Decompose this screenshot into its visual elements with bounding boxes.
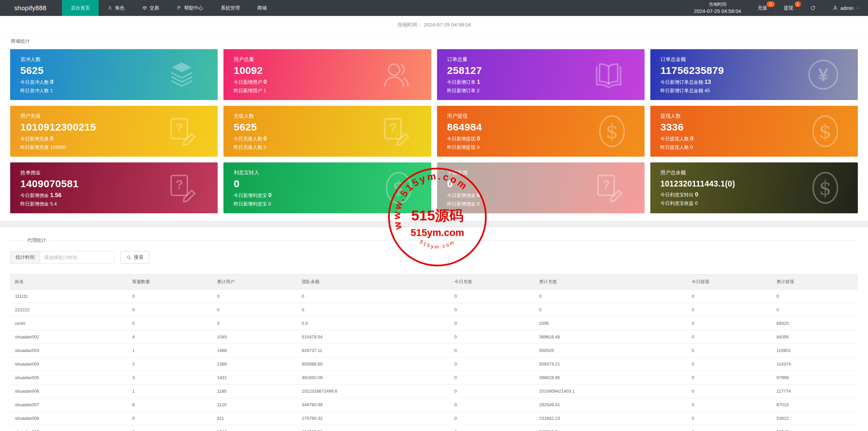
dollar-icon: $ bbox=[812, 172, 838, 204]
doc-icon: ? bbox=[165, 172, 198, 203]
table-cell: 0 bbox=[451, 317, 536, 330]
stat-card-today-label: 今日新增用户 bbox=[234, 79, 262, 85]
page-time-bar: 当地时间： 2024-07-25 04:58:04 bbox=[0, 16, 868, 34]
table-cell: 491850.06 bbox=[298, 371, 451, 385]
stat-card: 用户总余额1012320111443.1(0)今日利息宝转出0今日利息宝收益0$ bbox=[650, 162, 858, 213]
table-cell: 0 bbox=[451, 425, 536, 431]
table-row: shuadan00761120344780.990292549.41087015 bbox=[10, 398, 858, 412]
table-cell: 292549.41 bbox=[536, 398, 688, 412]
table-cell: ceshi bbox=[10, 317, 129, 330]
stat-card-today-value: 0 bbox=[50, 79, 53, 85]
stat-card-yesterday-value: 5.4 bbox=[50, 201, 57, 207]
stat-card-yesterday-value: 0 bbox=[268, 201, 271, 207]
table-cell: 811 bbox=[214, 412, 298, 425]
table-cell: 305516.5 bbox=[536, 425, 688, 431]
table-cell: shuadan007 bbox=[10, 398, 129, 412]
table-cell: 0 bbox=[688, 357, 773, 371]
stat-card-today-label: 今日提现人数 bbox=[660, 136, 689, 141]
table-cell: 0 bbox=[451, 330, 536, 344]
nav-item-label: 系统管理 bbox=[221, 5, 240, 11]
stat-card: 用户充值1010912300215今日新增充值0昨日新增充值110000? bbox=[10, 106, 218, 157]
table-cell: 0 bbox=[129, 290, 214, 303]
table-cell: 97998 bbox=[773, 371, 858, 385]
mall-stats-panel: 当地时间： 2024-07-25 04:58:04 商城统计 首冲人数5625今… bbox=[0, 16, 868, 221]
table-cell: 270790.32 bbox=[298, 412, 451, 425]
local-time-value: 2024-07-25 04:58:04 bbox=[694, 7, 741, 15]
user-menu[interactable]: admin bbox=[824, 0, 868, 16]
table-cell: 117774 bbox=[773, 385, 858, 398]
svg-text:?: ? bbox=[176, 178, 183, 192]
stat-card-today-label: 今日新增佣金 bbox=[20, 193, 49, 198]
recharge-label: 充值 bbox=[758, 5, 767, 11]
agent-table: 姓名客服数量累计用户团队余额今日充值累计充值今日提现累计提现 111111000… bbox=[10, 274, 858, 431]
table-cell: 0 bbox=[129, 317, 214, 330]
table-cell: 2 bbox=[129, 357, 214, 371]
refresh-button[interactable] bbox=[802, 0, 824, 16]
table-header-cell: 累计充值 bbox=[536, 274, 688, 290]
search-button[interactable]: 搜索 bbox=[120, 251, 149, 263]
table-cell: 344780.99 bbox=[298, 398, 451, 412]
table-cell: 1431 bbox=[214, 371, 298, 385]
stat-card: 订单总金额11756235879今日新增订单总金额13昨日新增订单总金额45¥ bbox=[650, 49, 858, 100]
table-cell: shuadan003 bbox=[10, 344, 129, 357]
agent-stats-title: 代理统计 bbox=[24, 237, 50, 243]
mall-stats-title: 商城统计 bbox=[0, 34, 868, 48]
stat-time-input[interactable] bbox=[40, 251, 114, 264]
brand-logo[interactable]: shopify888 bbox=[0, 0, 62, 16]
table-cell: 0 bbox=[536, 290, 688, 303]
withdraw-nav-item[interactable]: 提现 1 bbox=[775, 0, 802, 16]
table-row: shuadan006111851012316672499.60101090942… bbox=[10, 385, 858, 398]
nav-item-label: 后台首页 bbox=[71, 5, 90, 11]
dollar-icon: $ bbox=[599, 115, 625, 147]
svg-text:?: ? bbox=[389, 121, 396, 135]
nav-item-label: 交易 bbox=[150, 5, 159, 11]
nav-item-mall[interactable]: 商城 bbox=[249, 0, 276, 16]
table-cell: 0 bbox=[451, 371, 536, 385]
stat-card: 用户总量10092今日新增用户0昨日新增用户1 bbox=[223, 49, 431, 100]
users-icon bbox=[379, 59, 412, 90]
table-cell: 0 bbox=[298, 290, 451, 303]
table-cell: 0 bbox=[688, 290, 773, 303]
stat-card-today-label: 今日首冲人数 bbox=[20, 79, 49, 85]
stat-card-yesterday-label: 昨日充值人数 bbox=[234, 144, 262, 150]
table-cell: 389618.48 bbox=[536, 330, 688, 344]
doc-icon: ? bbox=[379, 116, 412, 147]
table-cell: 550525 bbox=[536, 344, 688, 357]
table-cell: 0 bbox=[688, 330, 773, 344]
stat-card-today-label: 今日新增订单总金额 bbox=[660, 79, 703, 85]
withdraw-label: 提现 bbox=[784, 5, 793, 11]
nav-item-home[interactable]: 后台首页 bbox=[62, 0, 99, 16]
table-cell: 655988.65 bbox=[298, 357, 451, 371]
table-header-cell: 累计提现 bbox=[773, 274, 858, 290]
table-cell: 222222 bbox=[10, 303, 129, 317]
stat-card-yesterday-label: 昨日新增用户 bbox=[234, 88, 262, 93]
stat-card-yesterday-value: 0 bbox=[477, 201, 480, 207]
nav-item-help[interactable]: 帮助中心 bbox=[168, 0, 212, 16]
table-header-row: 姓名客服数量累计用户团队余额今日充值累计充值今日提现累计提现 bbox=[10, 274, 858, 290]
recharge-nav-item[interactable]: 充值 11 bbox=[749, 0, 775, 16]
nav-item-label: 商城 bbox=[257, 5, 267, 11]
table-cell: 0 bbox=[451, 290, 536, 303]
table-cell: 0 bbox=[298, 303, 451, 317]
stat-card: 下级返佣0今日新增佣金0昨日新增佣金0? bbox=[437, 162, 645, 213]
table-cell: 3 bbox=[129, 371, 214, 385]
top-navbar: shopify888 后台首页角色交易帮助中心系统管理商城 当地时间 2024-… bbox=[0, 0, 868, 16]
nav-item-system[interactable]: 系统管理 bbox=[212, 0, 249, 16]
nav-item-trade[interactable]: 交易 bbox=[133, 0, 168, 16]
stat-card-today-value: 1 bbox=[477, 79, 480, 85]
stat-card: 提现人数3336今日提现人数0昨日提现人数0$ bbox=[650, 106, 858, 157]
nav-item-label: 角色 bbox=[115, 5, 124, 11]
stat-card-yesterday-value: 1 bbox=[263, 88, 266, 93]
user-name: admin bbox=[841, 5, 853, 11]
table-cell: 1120 bbox=[214, 398, 298, 412]
table-row: shuadan0080811270790.320231682.23053822 bbox=[10, 412, 858, 425]
table-cell: 0 bbox=[688, 303, 773, 317]
dollar-icon: $ bbox=[812, 115, 838, 147]
stat-card-today-value: 0 bbox=[50, 135, 53, 142]
table-cell: 0 bbox=[214, 303, 298, 317]
stat-card-today-value: 13 bbox=[705, 79, 711, 85]
table-cell: 0 bbox=[773, 303, 858, 317]
table-cell: 1010909421403.1 bbox=[536, 385, 688, 398]
recharge-badge: 11 bbox=[767, 1, 774, 7]
nav-item-roles[interactable]: 角色 bbox=[99, 0, 133, 16]
